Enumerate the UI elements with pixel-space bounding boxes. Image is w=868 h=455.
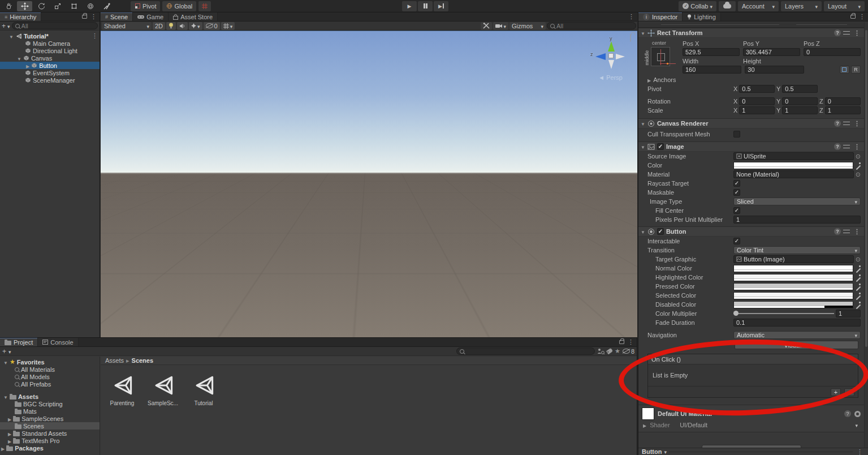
tab-lighting[interactable]: Lighting xyxy=(683,12,721,21)
tab-inspector[interactable]: iInspector xyxy=(638,12,683,21)
material-swatch[interactable] xyxy=(642,407,654,420)
foldout-icon[interactable] xyxy=(641,120,645,127)
tab-asset-store[interactable]: Asset Store xyxy=(169,12,218,21)
hierarchy-search[interactable] xyxy=(12,22,98,29)
color-swatch[interactable] xyxy=(733,162,853,169)
anchor-preset-widget[interactable]: center middle xyxy=(644,40,678,74)
create-asset-button[interactable] xyxy=(2,347,6,355)
fade-duration-field[interactable]: 0.1 xyxy=(733,319,861,327)
foldout-icon[interactable] xyxy=(17,55,21,62)
scale-y-field[interactable]: 1 xyxy=(782,106,818,114)
eyedropper-icon[interactable] xyxy=(855,283,861,290)
presets-icon[interactable] xyxy=(843,229,850,234)
search-by-label-icon[interactable] xyxy=(606,348,613,354)
tab-scene[interactable]: #Scene xyxy=(101,12,133,21)
layers-dropdown[interactable]: Layers xyxy=(781,1,822,11)
eyedropper-icon[interactable] xyxy=(855,265,861,272)
preview-menu-icon[interactable] xyxy=(855,448,865,455)
blueprint-mode-button[interactable] xyxy=(840,66,849,74)
scale-tool-button[interactable] xyxy=(50,1,65,11)
scale-z-field[interactable]: 1 xyxy=(825,106,861,114)
asset-samplescene[interactable]: SampleSc... xyxy=(147,373,179,406)
eyedropper-icon[interactable] xyxy=(855,292,861,299)
panel-menu-icon[interactable] xyxy=(626,338,636,346)
tree-folder-mats[interactable]: Mats xyxy=(0,407,100,415)
hierarchy-search-input[interactable] xyxy=(21,23,94,29)
asset-parenting[interactable]: Parenting xyxy=(106,373,138,406)
lighting-toggle-button[interactable] xyxy=(166,22,176,30)
asset-tutorial[interactable]: Tutorial xyxy=(188,373,219,406)
foldout-icon[interactable] xyxy=(26,62,29,69)
foldout-icon[interactable] xyxy=(641,29,645,36)
tree-assets[interactable]: Assets xyxy=(0,393,100,400)
custom-tool-button[interactable] xyxy=(99,1,114,11)
raw-edit-mode-button[interactable]: R xyxy=(851,66,861,74)
axis-z-cone[interactable] xyxy=(595,53,606,60)
source-image-field[interactable]: UISprite xyxy=(733,152,854,160)
height-field[interactable]: 30 xyxy=(745,66,804,74)
scene-search[interactable] xyxy=(547,22,636,29)
play-button[interactable]: ▶ xyxy=(402,1,417,11)
global-toggle-button[interactable]: Global xyxy=(162,1,196,11)
help-icon[interactable]: ? xyxy=(834,228,841,235)
tree-all-prefabs[interactable]: All Prefabs xyxy=(0,380,100,388)
grid-snap-button[interactable] xyxy=(198,1,211,11)
highlighted-color-swatch[interactable] xyxy=(733,274,853,281)
canvas-renderer-header[interactable]: Canvas Renderer ? xyxy=(638,118,864,128)
tab-game[interactable]: Game xyxy=(133,12,169,21)
maskable-checkbox[interactable] xyxy=(733,189,740,196)
foldout-icon[interactable] xyxy=(8,437,11,444)
visualize-button[interactable]: Visualize xyxy=(735,341,858,349)
axis-cone[interactable] xyxy=(608,60,614,69)
button-header[interactable]: Button ? xyxy=(638,226,864,237)
tree-all-models[interactable]: All Models xyxy=(0,373,100,380)
pressed-color-swatch[interactable] xyxy=(733,283,853,290)
component-menu-icon[interactable] xyxy=(852,29,862,37)
image-header[interactable]: Image ? xyxy=(638,141,864,152)
hierarchy-scene-row[interactable]: Tutorial* xyxy=(0,32,100,40)
foldout-icon[interactable] xyxy=(647,76,651,83)
tree-folder-samplescenes[interactable]: SampleScenes xyxy=(0,415,100,422)
normal-color-swatch[interactable] xyxy=(733,265,853,272)
foldout-icon[interactable] xyxy=(641,228,645,235)
presets-icon[interactable] xyxy=(843,121,850,126)
rotation-z-field[interactable]: 0 xyxy=(825,97,861,105)
eyedropper-icon[interactable] xyxy=(855,301,861,308)
axis-y-cone[interactable] xyxy=(608,41,615,51)
tree-folder-standard-assets[interactable]: Standard Assets xyxy=(0,430,100,437)
hidden-packages-button[interactable]: 8 xyxy=(623,348,634,355)
selected-color-swatch[interactable] xyxy=(733,292,853,299)
navigation-dropdown[interactable]: Automatic xyxy=(733,331,861,339)
presets-icon[interactable] xyxy=(843,144,850,149)
transition-dropdown[interactable]: Color Tint xyxy=(733,246,861,254)
fill-center-checkbox[interactable] xyxy=(733,207,740,214)
scene-search-input[interactable] xyxy=(556,23,633,29)
foldout-icon[interactable] xyxy=(1,445,5,452)
hierarchy-item-main-camera[interactable]: Main Camera xyxy=(0,40,100,47)
scrollbar-thumb[interactable] xyxy=(865,30,867,347)
presets-icon[interactable] xyxy=(843,30,850,36)
tab-hierarchy[interactable]: ≡Hierarchy xyxy=(0,12,41,21)
rotate-tool-button[interactable] xyxy=(33,1,49,11)
tree-folder-scenes[interactable]: Scenes xyxy=(0,422,100,430)
move-tool-button[interactable] xyxy=(17,1,32,11)
inspector-scrollbar[interactable] xyxy=(864,22,868,455)
tab-project[interactable]: Project xyxy=(0,338,38,346)
lock-icon[interactable] xyxy=(82,15,87,19)
remove-event-button[interactable]: − xyxy=(844,388,854,396)
pivot-x-field[interactable]: 0.5 xyxy=(739,85,775,93)
color-multiplier-field[interactable]: 1 xyxy=(836,310,861,317)
axis-cone[interactable] xyxy=(616,54,625,59)
hierarchy-item-button[interactable]: Button xyxy=(0,62,100,69)
help-icon[interactable]: ? xyxy=(834,120,841,127)
anchor-preset-box[interactable] xyxy=(651,47,670,66)
component-menu-icon[interactable] xyxy=(852,228,862,235)
component-menu-icon[interactable] xyxy=(852,120,862,127)
disabled-color-swatch[interactable] xyxy=(733,301,853,308)
anchors-foldout-row[interactable]: Anchors xyxy=(638,75,864,84)
slider-knob[interactable] xyxy=(733,311,739,316)
tree-folder-textmesh-pro[interactable]: TextMesh Pro xyxy=(0,437,100,444)
object-picker-icon[interactable] xyxy=(856,171,861,178)
layout-dropdown[interactable]: Layout xyxy=(824,1,865,11)
image-type-dropdown[interactable]: Sliced xyxy=(733,198,861,205)
